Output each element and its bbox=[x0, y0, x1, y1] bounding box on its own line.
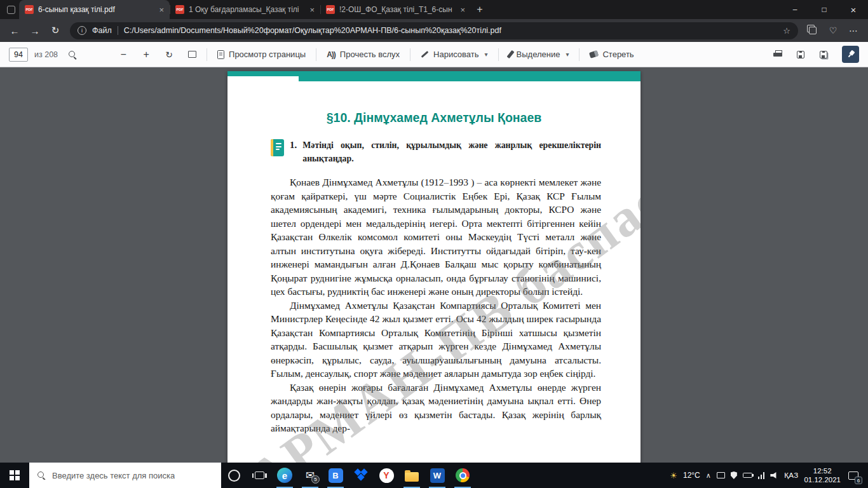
maximize-button[interactable]: □ bbox=[810, 0, 839, 19]
read-aloud-button[interactable]: A)) Прочесть вслух bbox=[323, 46, 403, 64]
action-center-button[interactable]: 6 bbox=[846, 468, 860, 482]
print-button[interactable] bbox=[770, 46, 786, 64]
taskbar-app-explorer[interactable] bbox=[399, 463, 424, 488]
close-tab-icon[interactable]: × bbox=[309, 5, 315, 15]
paragraph: Дінмұхамед Ахметұлы Қазақстан Компартияс… bbox=[271, 299, 601, 381]
zoom-out-button[interactable]: − bbox=[115, 46, 132, 64]
url-field[interactable]: i Файл C:/Users/admin/Documents/Новый%20… bbox=[70, 22, 798, 39]
taskbar-app-dropbox[interactable] bbox=[348, 463, 374, 488]
page-view-label: Просмотр страницы bbox=[229, 50, 306, 59]
chevron-down-icon[interactable]: ▾ bbox=[485, 51, 488, 58]
save-icon bbox=[797, 51, 804, 58]
pdf-content-area[interactable]: АРМАН-ПВ баспасы §10. Дінмұхамед Ахметұл… bbox=[0, 67, 868, 463]
fit-to-page-button[interactable] bbox=[184, 46, 200, 64]
chevron-down-icon[interactable]: ▾ bbox=[566, 51, 569, 58]
windows-logo-icon bbox=[10, 470, 20, 480]
fit-page-icon bbox=[188, 51, 196, 58]
security-tray-icon[interactable] bbox=[731, 471, 737, 479]
page-total-label: из 208 bbox=[34, 50, 58, 59]
url-text: C:/Users/admin/Documents/Новый%20формат/… bbox=[124, 26, 778, 35]
close-tab-icon[interactable]: × bbox=[460, 5, 465, 15]
zoom-in-button[interactable]: + bbox=[138, 46, 154, 64]
cortana-icon bbox=[228, 470, 240, 482]
erase-button[interactable]: Стереть bbox=[586, 46, 637, 64]
toolbar-separator bbox=[498, 48, 499, 61]
tab-actions-button[interactable] bbox=[3, 1, 19, 18]
start-button[interactable] bbox=[0, 463, 29, 488]
pdf-file-icon: PDF bbox=[326, 5, 335, 14]
eraser-icon bbox=[589, 50, 599, 58]
page-header-band bbox=[227, 71, 641, 76]
pin-toolbar-button[interactable] bbox=[842, 46, 859, 63]
rotate-button[interactable]: ↻ bbox=[161, 46, 177, 64]
address-bar: ← → ↻ i Файл C:/Users/admin/Documents/Но… bbox=[0, 19, 868, 42]
print-icon bbox=[773, 50, 782, 58]
toolbar-separator bbox=[207, 48, 207, 61]
collections-button[interactable] bbox=[803, 21, 822, 40]
yandex-icon: Y bbox=[379, 468, 394, 483]
page-view-button[interactable]: Просмотр страницы bbox=[214, 46, 309, 64]
desktop-screen: PDF 6-сынып қазақ тілі.pdf × PDF 1 Оқу б… bbox=[0, 0, 868, 488]
info-icon[interactable]: i bbox=[78, 26, 86, 35]
minimize-button[interactable]: – bbox=[780, 0, 810, 19]
highlight-button[interactable]: Выделение ▾ bbox=[505, 46, 573, 64]
taskbar: Введите здесь текст для поиска e ✉ 5 B Y… bbox=[0, 463, 868, 488]
task-view-button[interactable] bbox=[247, 463, 272, 488]
settings-menu-button[interactable]: ⋯ bbox=[844, 21, 863, 40]
display-tray-icon[interactable] bbox=[717, 472, 725, 478]
refresh-button[interactable]: ↻ bbox=[46, 21, 65, 40]
volume-tray-icon[interactable] bbox=[770, 471, 778, 479]
tab-program-pdf[interactable]: PDF 1 Оқу бағдарламасы_Қазақ тілі × bbox=[170, 0, 320, 19]
pen-icon bbox=[421, 51, 429, 58]
search-icon bbox=[37, 471, 46, 480]
search-icon bbox=[68, 50, 77, 59]
taskbar-search-input[interactable]: Введите здесь текст для поиска bbox=[29, 463, 221, 488]
exercise-block: 1. Мәтінді оқып, стилін, құрылымдық және… bbox=[271, 139, 601, 165]
close-tab-icon[interactable]: × bbox=[159, 5, 164, 15]
edge-icon: e bbox=[277, 468, 292, 483]
battery-tray-icon[interactable] bbox=[743, 473, 752, 478]
add-favorite-icon[interactable]: ☆ bbox=[783, 26, 790, 36]
chrome-icon bbox=[456, 468, 470, 482]
tab-title: 6-сынып қазақ тілі.pdf bbox=[38, 5, 154, 14]
exercise-task-icon bbox=[271, 139, 284, 156]
clock[interactable]: 12:52 01.12.2021 bbox=[804, 466, 841, 485]
system-tray: ☀ 12°C ∧ ҚАЗ 12:52 01.12.2021 6 bbox=[670, 466, 868, 485]
search-document-button[interactable] bbox=[64, 46, 81, 64]
toolbar-separator bbox=[316, 48, 316, 61]
taskbar-app-chrome[interactable] bbox=[450, 463, 475, 488]
mail-unread-badge: 5 bbox=[311, 475, 320, 484]
weather-icon[interactable]: ☀ bbox=[670, 471, 677, 480]
new-tab-button[interactable]: + bbox=[471, 1, 489, 18]
taskbar-app-mail[interactable]: ✉ 5 bbox=[297, 463, 323, 488]
taskbar-app-edge[interactable]: e bbox=[272, 463, 297, 488]
page-number-input[interactable]: 94 bbox=[9, 48, 28, 62]
document-heading: §10. Дінмұхамед Ахметұлы Қонаев bbox=[227, 111, 641, 125]
save-as-button[interactable] bbox=[815, 46, 832, 64]
pin-icon bbox=[845, 49, 857, 60]
taskbar-app-word[interactable]: W bbox=[424, 463, 450, 488]
draw-button[interactable]: Нарисовать ▾ bbox=[417, 46, 491, 64]
forward-button[interactable]: → bbox=[25, 21, 44, 40]
date-label: 01.12.2021 bbox=[804, 476, 841, 484]
taskbar-app-yandex[interactable]: Y bbox=[374, 463, 399, 488]
back-button[interactable]: ← bbox=[5, 21, 24, 40]
toolbar-separator bbox=[410, 48, 410, 61]
tab-current-pdf[interactable]: PDF 6-сынып қазақ тілі.pdf × bbox=[19, 0, 170, 19]
task-view-icon bbox=[255, 471, 264, 479]
close-window-button[interactable]: × bbox=[839, 0, 868, 19]
taskbar-app-vk[interactable]: B bbox=[323, 463, 348, 488]
page-view-icon bbox=[217, 50, 224, 59]
save-button[interactable] bbox=[792, 46, 809, 64]
paragraph: Қонаев Дінмұхамед Ахметұлы (1912–1993 ) … bbox=[271, 175, 601, 298]
erase-label: Стереть bbox=[602, 50, 634, 59]
language-indicator[interactable]: ҚАЗ bbox=[784, 471, 798, 479]
browser-essentials-button[interactable]: ♡ bbox=[824, 21, 843, 40]
tab-assessment-pdf[interactable]: PDF !2-ОШ_ФО_Қазақ тілі_Т1_6-сын × bbox=[320, 0, 471, 19]
network-tray-icon[interactable] bbox=[758, 472, 765, 479]
pdf-toolbar: 94 из 208 − + ↻ Просмотр страницы A)) Пр… bbox=[0, 42, 868, 67]
tray-expand-icon[interactable]: ∧ bbox=[706, 471, 711, 480]
temperature-label[interactable]: 12°C bbox=[683, 471, 700, 480]
time-label: 12:52 bbox=[813, 467, 832, 475]
cortana-button[interactable] bbox=[221, 463, 247, 488]
